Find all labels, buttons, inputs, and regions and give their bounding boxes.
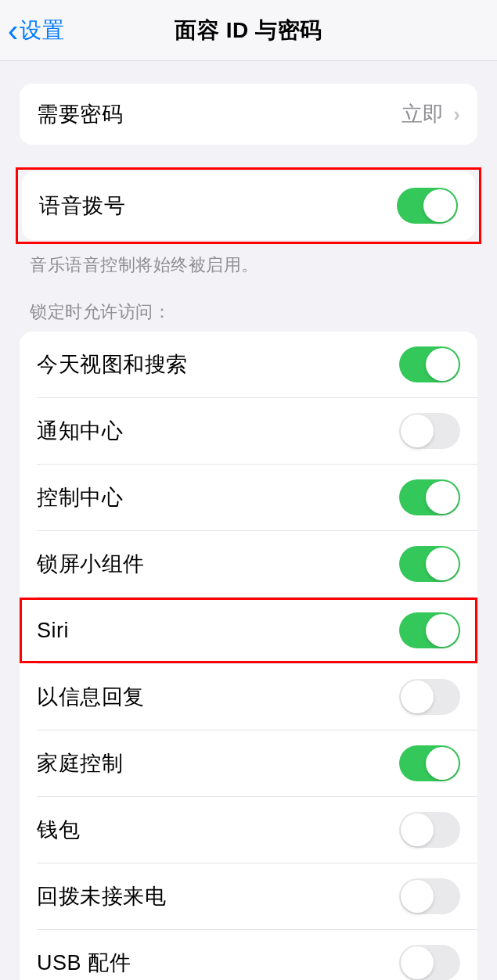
list-item: 控制中心 [20, 465, 477, 530]
notification-center-toggle[interactable] [399, 413, 460, 449]
list-item-label: 锁屏小组件 [37, 550, 399, 578]
list-item: Siri [20, 598, 477, 663]
list-item-label: 以信息回复 [37, 683, 399, 711]
return-missed-calls-toggle[interactable] [399, 878, 460, 914]
lock-screen-widgets-toggle[interactable] [399, 546, 460, 582]
list-item-label: USB 配件 [37, 949, 399, 977]
toggle-knob [401, 813, 434, 846]
page-title: 面容 ID 与密码 [175, 16, 322, 45]
list-item: 锁屏小组件 [20, 531, 477, 597]
back-label: 设置 [20, 16, 65, 45]
chevron-right-icon: › [453, 102, 460, 127]
list-item: 以信息回复 [20, 664, 477, 730]
require-passcode-value: 立即 [402, 100, 444, 128]
toggle-knob [426, 348, 459, 381]
voice-dial-toggle[interactable] [397, 188, 458, 224]
home-control-toggle[interactable] [399, 745, 460, 781]
toggle-knob [401, 946, 434, 979]
list-item-label: 家庭控制 [37, 749, 399, 777]
chevron-left-icon: ‹ [8, 15, 18, 46]
list-item: 通知中心 [20, 398, 477, 464]
allow-access-header: 锁定时允许访问： [0, 277, 497, 332]
list-item: 今天视图和搜索 [20, 332, 477, 397]
control-center-toggle[interactable] [399, 479, 460, 515]
reply-with-message-toggle[interactable] [399, 679, 460, 715]
list-item-label: Siri [37, 619, 399, 643]
nav-header: ‹ 设置 面容 ID 与密码 [0, 0, 497, 61]
list-item: 家庭控制 [20, 731, 477, 796]
list-item-label: 钱包 [37, 816, 399, 844]
list-item-label: 控制中心 [37, 483, 399, 512]
toggle-knob [401, 680, 434, 713]
list-item-label: 回拨未接来电 [37, 882, 399, 910]
list-item-label: 今天视图和搜索 [37, 350, 399, 379]
require-passcode-group: 需要密码 立即 › [20, 84, 477, 145]
siri-toggle[interactable] [399, 612, 460, 648]
list-item: 回拨未接来电 [20, 863, 477, 929]
voice-dial-row: 语音拨号 [22, 171, 475, 240]
toggle-knob [423, 189, 456, 222]
allow-access-group: 今天视图和搜索通知中心控制中心锁屏小组件Siri以信息回复家庭控制钱包回拨未接来… [20, 332, 477, 980]
toggle-knob [426, 747, 459, 780]
require-passcode-row[interactable]: 需要密码 立即 › [20, 84, 477, 145]
list-item-label: 通知中心 [37, 417, 399, 445]
toggle-knob [401, 880, 434, 913]
today-view-search-toggle[interactable] [399, 346, 460, 382]
list-item: USB 配件 [20, 930, 477, 980]
toggle-knob [426, 547, 459, 580]
voice-dial-footer: 音乐语音控制将始终被启用。 [0, 244, 497, 277]
usb-accessories-toggle[interactable] [399, 945, 460, 980]
list-item: 钱包 [20, 797, 477, 863]
toggle-knob [426, 614, 459, 647]
toggle-knob [426, 481, 459, 514]
voice-dial-highlight: 语音拨号 [16, 167, 481, 244]
require-passcode-label: 需要密码 [37, 100, 402, 128]
voice-dial-label: 语音拨号 [39, 192, 397, 220]
toggle-knob [401, 415, 434, 447]
wallet-toggle[interactable] [399, 812, 460, 848]
back-button[interactable]: ‹ 设置 [0, 15, 65, 46]
